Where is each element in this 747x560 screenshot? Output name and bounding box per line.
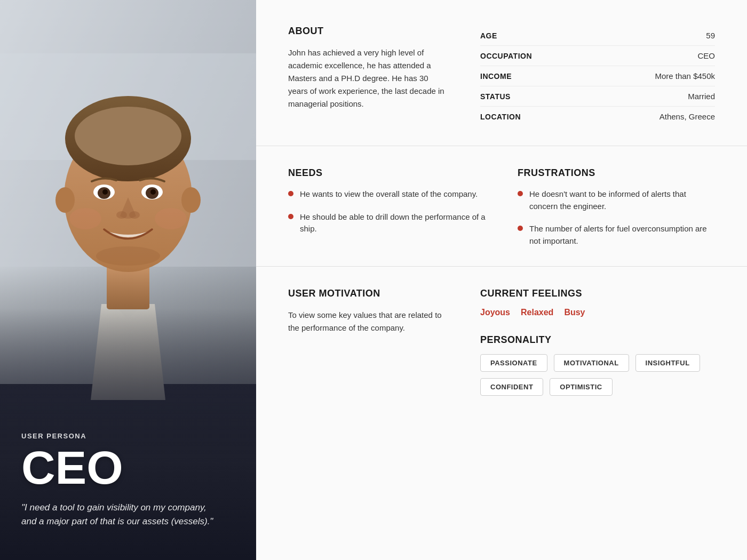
svg-point-23 — [96, 246, 160, 266]
bullet-dot — [518, 226, 523, 231]
frustrations-item: The number of alerts for fuel overconsum… — [518, 223, 715, 247]
needs-item: He should be able to drill down the perf… — [288, 211, 486, 235]
about-title: ABOUT — [288, 26, 448, 37]
svg-point-19 — [116, 211, 127, 219]
stat-value: Athens, Greece — [659, 112, 715, 121]
frustrations-item-text: He doesn't want to be informed of alerts… — [529, 188, 715, 212]
needs-title: NEEDS — [288, 167, 486, 179]
right-panel: ABOUT John has achieved a very high leve… — [256, 0, 747, 560]
needs-frustrations-section: NEEDS He wants to view the overall state… — [256, 146, 747, 267]
bullet-dot — [288, 191, 293, 196]
about-section: ABOUT John has achieved a very high leve… — [256, 0, 747, 146]
frustrations-item-text: The number of alerts for fuel overconsum… — [529, 223, 715, 247]
stat-label: LOCATION — [480, 113, 521, 121]
personality-tag: INSIGHTFUL — [635, 354, 700, 372]
stat-row: STATUS Married — [480, 86, 715, 107]
feelings-column: CURRENT FEELINGS JoyousRelaxedBusy PERSO… — [480, 288, 715, 396]
frustrations-item: He doesn't want to be informed of alerts… — [518, 188, 715, 212]
svg-point-22 — [155, 208, 187, 229]
needs-item: He wants to view the overall state of th… — [288, 188, 486, 201]
frustrations-column: FRUSTRATIONS He doesn't want to be infor… — [518, 167, 715, 247]
bullet-dot — [288, 214, 293, 219]
motivation-column: USER MOTIVATION To view some key values … — [288, 288, 448, 396]
personality-tag: CONFIDENT — [480, 378, 543, 396]
needs-list: He wants to view the overall state of th… — [288, 188, 486, 235]
feeling-tag: Relaxed — [521, 308, 553, 317]
frustrations-title: FRUSTRATIONS — [518, 167, 715, 179]
needs-item-text: He wants to view the overall state of th… — [300, 188, 478, 201]
svg-point-12 — [181, 187, 201, 213]
stat-value: CEO — [697, 51, 715, 60]
personality-tags: PASSIONATEMOTIVATIONALINSIGHTFULCONFIDEN… — [480, 354, 715, 396]
motivation-text: To view some key values that are related… — [288, 309, 448, 334]
stat-row: INCOME More than $450k — [480, 66, 715, 86]
svg-point-11 — [55, 187, 75, 213]
frustrations-list: He doesn't want to be informed of alerts… — [518, 188, 715, 247]
user-persona-label: USER PERSONA — [21, 432, 213, 440]
feelings-title: CURRENT FEELINGS — [480, 288, 715, 299]
svg-point-18 — [150, 189, 156, 195]
needs-column: NEEDS He wants to view the overall state… — [288, 167, 486, 247]
svg-point-10 — [75, 107, 181, 165]
personality-tag: PASSIONATE — [480, 354, 547, 372]
stat-label: AGE — [480, 31, 497, 40]
stat-label: OCCUPATION — [480, 52, 532, 60]
needs-item-text: He should be able to drill down the perf… — [300, 211, 486, 235]
persona-title: CEO — [21, 444, 213, 491]
about-text: John has achieved a very high level of a… — [288, 46, 448, 110]
stat-value: 59 — [706, 31, 715, 40]
stat-row: OCCUPATION CEO — [480, 46, 715, 66]
personality-tag: MOTIVATIONAL — [554, 354, 629, 372]
motivation-title: USER MOTIVATION — [288, 288, 448, 299]
motivation-feelings-section: USER MOTIVATION To view some key values … — [256, 267, 747, 421]
svg-point-20 — [129, 211, 140, 219]
stat-value: More than $450k — [655, 71, 715, 81]
left-panel: USER PERSONA CEO "I need a tool to gain … — [0, 0, 256, 560]
feelings-tags: JoyousRelaxedBusy — [480, 308, 715, 317]
about-description: ABOUT John has achieved a very high leve… — [288, 26, 448, 126]
svg-point-17 — [102, 189, 108, 195]
persona-text-block: USER PERSONA CEO "I need a tool to gain … — [21, 432, 213, 528]
feeling-tag: Busy — [564, 308, 585, 317]
persona-quote: "I need a tool to gain visibility on my … — [21, 501, 213, 528]
stat-value: Married — [688, 92, 715, 101]
personality-title: PERSONALITY — [480, 334, 715, 346]
stat-label: INCOME — [480, 72, 512, 81]
stat-label: STATUS — [480, 92, 511, 101]
personality-tag: OPTIMISTIC — [550, 378, 612, 396]
stat-row: LOCATION Athens, Greece — [480, 107, 715, 126]
svg-point-21 — [69, 208, 101, 229]
stat-row: AGE 59 — [480, 26, 715, 46]
feeling-tag: Joyous — [480, 308, 510, 317]
bullet-dot — [518, 191, 523, 196]
about-stats: AGE 59 OCCUPATION CEO INCOME More than $… — [480, 26, 715, 126]
